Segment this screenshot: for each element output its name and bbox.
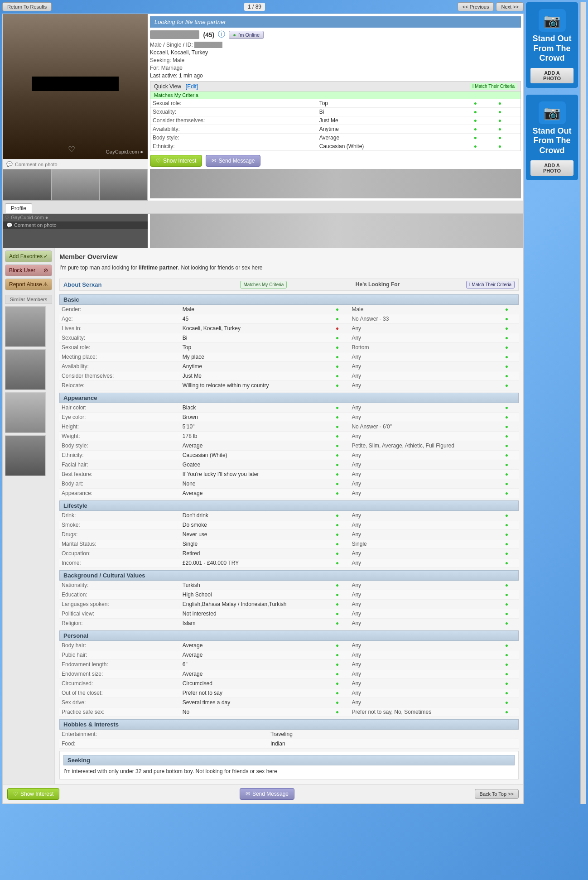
row-value: Prefer not to say [180,688,325,697]
row-label: Height: [59,422,180,431]
similar-member-2[interactable] [5,349,46,390]
profile-content: Member Overview I'm pure top man and loo… [55,248,523,784]
comment-on-photo-button[interactable]: 💬 Comment on photo [3,159,148,169]
thumb-1[interactable] [3,169,51,201]
add-favorites-button[interactable]: Add Favorites ✓ [5,250,52,262]
qv-value: Anytime [317,125,472,134]
show-interest-button-bottom[interactable]: ♡ Show Interest [7,788,59,800]
row-label: Weight: [59,431,180,441]
personal-section-header: Personal [59,630,519,641]
similar-member-1[interactable] [5,306,46,347]
table-row: Drink: Don't drink ● Any ● [59,511,519,520]
row-dot: ● [325,412,349,422]
i-match-badge-about: I Match Their Criteria [466,281,515,289]
back-to-top-button[interactable]: Back To Top >> [475,789,519,799]
row-dot: ● [325,641,349,650]
row-label: Meeting place: [59,352,180,361]
tab-profile[interactable]: Profile [5,203,32,213]
row-he-value: Any [349,361,494,371]
row-he-dot: ● [495,342,519,352]
table-row: Eye color: Brown ● Any ● [59,412,519,422]
qv-label: Availability: [150,125,317,134]
row-dot: ● [325,431,349,441]
row-he-dot: ● [495,548,519,558]
report-abuse-button[interactable]: Report Abuse ⚠ [5,279,52,290]
row-label: Religion: [59,618,180,628]
row-he-dot: ● [495,618,519,628]
row-he-value: Any [349,511,494,520]
member-overview-title: Member Overview [59,253,519,260]
send-message-button-bottom[interactable]: ✉ Send Message [240,788,294,800]
row-he-dot: ● [495,609,519,618]
ad-button-1[interactable]: ADD A PHOTO [530,68,574,83]
edit-link[interactable]: [Edit] [186,83,198,90]
main-content-row: Add Favorites ✓ Block User ⊘ Report Abus… [2,248,524,784]
row-dot: ● [325,520,349,529]
row-he-dot: ● [495,403,519,413]
table-row: Body style: Average ● Petite, Slim, Aver… [59,441,519,450]
row-he-value: Any [349,548,494,558]
table-row: Relocate: Willing to relocate within my … [59,380,519,390]
row-value: Average [180,641,325,650]
table-row: Endowment size: Average ● Any ● [59,669,519,678]
row-dot: ● [325,548,349,558]
row-label: Circumcised: [59,678,180,688]
quick-view-header: Quick View [Edit] I Match Their Criteria [150,82,521,91]
quick-view-row: Body style: Average ● ● [150,134,521,142]
row-label: Income: [59,558,180,567]
return-to-results-button[interactable]: Return To Results [2,2,52,11]
ad-button-2[interactable]: ADD A PHOTO [530,160,574,176]
scrollbar[interactable] [580,2,586,804]
lifestyle-table: Drink: Don't drink ● Any ● Smoke: Do smo… [59,511,519,568]
row-he-value: Any [349,380,494,390]
row-label: Age: [59,314,180,323]
row-he-value: Any [349,488,494,498]
row-he-dot: ● [495,688,519,697]
thumb-3[interactable] [99,169,148,201]
row-he-dot: ● [495,371,519,380]
row-he-dot: ● [495,431,519,441]
row-he-value: Any [349,323,494,333]
navigation-bar: Return To Results 1 / 89 << Previous Nex… [2,2,524,11]
row-he-value: Any [349,581,494,590]
row-dot: ● [325,669,349,678]
table-row: Smoke: Do smoke ● Any ● [59,520,519,529]
photo-censor-bar [32,77,119,91]
send-message-button-top[interactable]: ✉ Send Message [206,155,260,167]
thumb-2[interactable] [51,169,100,201]
row-he-dot: ● [495,590,519,599]
row-he-value: Any [349,333,494,342]
qv-dot-their: ● [496,99,521,108]
show-interest-button-top[interactable]: ♡ Show Interest [150,155,202,167]
row-he-value: Any [349,678,494,688]
qv-dot-my: ● [472,99,496,108]
appearance-section-header: Appearance [59,393,519,403]
row-he-dot: ● [495,450,519,460]
block-user-button[interactable]: Block User ⊘ [5,264,52,276]
main-profile-photo: ♡ GayCupid.com ● [3,14,148,159]
comment-on-photo-2-button[interactable]: 💬 Comment on photo [3,221,148,229]
hobbies-section-header: Hobbies & Interests [59,719,519,730]
table-row: Occupation: Retired ● Any ● [59,548,519,558]
looking-for-banner: Looking for life time partner [150,16,521,28]
row-value: Caucasian (White) [180,450,325,460]
table-row: Marital Status: Single ● Single ● [59,539,519,548]
hobbies-table: Entertainment: Traveling Food: Indian [59,730,519,749]
qv-value: Average [317,134,472,142]
similar-member-4[interactable] [5,435,46,476]
row-dot: ● [325,380,349,390]
table-row: Hair color: Black ● Any ● [59,403,519,413]
row-he-dot: ● [495,599,519,609]
row-value: Several times a day [180,697,325,707]
row-he-dot: ● [495,488,519,498]
thumbnail-strip[interactable] [3,169,148,201]
similar-member-3[interactable] [5,392,46,433]
profile-tab-bar: Profile [2,201,524,214]
qv-value: Top [317,99,472,108]
row-dot: ● [325,618,349,628]
table-row: Gender: Male ● Male ● [59,305,519,314]
next-button[interactable]: Next >> [496,2,524,11]
row-dot: ● [325,599,349,609]
right-thumbnails[interactable] [150,169,521,198]
prev-button[interactable]: << Previous [458,2,494,11]
